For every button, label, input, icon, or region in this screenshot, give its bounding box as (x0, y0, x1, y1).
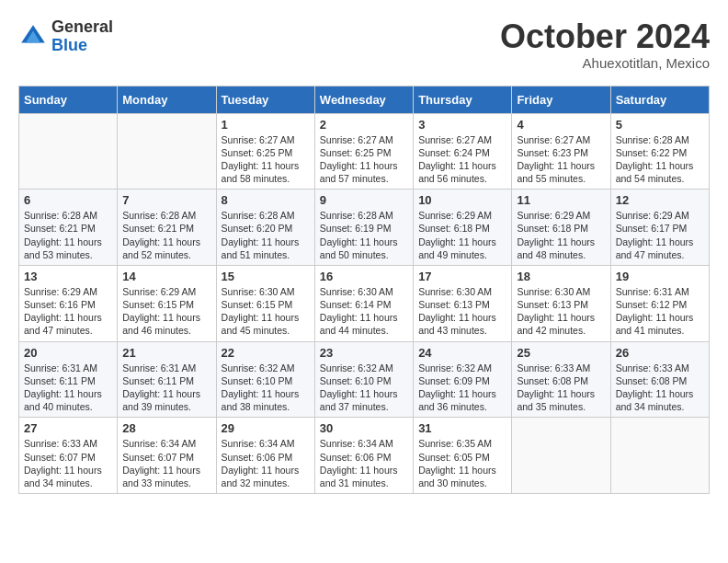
cell-info: Sunrise: 6:30 AM Sunset: 6:15 PM Dayligh… (222, 285, 310, 338)
logo-text: General Blue (51, 18, 113, 55)
location-subtitle: Ahuexotitlan, Mexico (500, 55, 710, 71)
calendar-cell (19, 113, 118, 190)
calendar-cell (118, 113, 216, 190)
calendar-cell (610, 418, 709, 494)
cell-info: Sunrise: 6:34 AM Sunset: 6:07 PM Dayligh… (122, 437, 210, 489)
day-number: 5 (616, 118, 704, 132)
day-number: 16 (320, 270, 408, 283)
month-title: October 2024 (500, 18, 710, 55)
calendar-cell: 20Sunrise: 6:31 AM Sunset: 6:11 PM Dayli… (19, 341, 118, 418)
header-tuesday: Tuesday (216, 86, 314, 113)
cell-info: Sunrise: 6:27 AM Sunset: 6:23 PM Dayligh… (517, 133, 605, 186)
calendar-cell (512, 418, 610, 494)
cell-info: Sunrise: 6:30 AM Sunset: 6:14 PM Dayligh… (320, 285, 408, 338)
calendar-cell: 29Sunrise: 6:34 AM Sunset: 6:06 PM Dayli… (216, 418, 314, 494)
calendar-cell: 22Sunrise: 6:32 AM Sunset: 6:10 PM Dayli… (216, 341, 314, 418)
day-number: 26 (616, 346, 704, 360)
cell-info: Sunrise: 6:28 AM Sunset: 6:21 PM Dayligh… (24, 209, 112, 261)
day-number: 22 (222, 346, 310, 360)
day-number: 23 (320, 346, 408, 360)
calendar-cell: 15Sunrise: 6:30 AM Sunset: 6:15 PM Dayli… (216, 265, 314, 341)
calendar-cell: 2Sunrise: 6:27 AM Sunset: 6:25 PM Daylig… (314, 113, 413, 190)
day-number: 15 (222, 270, 310, 283)
calendar-cell: 3Sunrise: 6:27 AM Sunset: 6:24 PM Daylig… (414, 113, 512, 190)
calendar-cell: 4Sunrise: 6:27 AM Sunset: 6:23 PM Daylig… (512, 113, 610, 190)
calendar-cell: 6Sunrise: 6:28 AM Sunset: 6:21 PM Daylig… (19, 190, 118, 266)
cell-info: Sunrise: 6:30 AM Sunset: 6:13 PM Dayligh… (418, 285, 506, 338)
logo-general: General (51, 18, 113, 37)
cell-info: Sunrise: 6:28 AM Sunset: 6:20 PM Dayligh… (222, 209, 310, 261)
calendar-cell: 13Sunrise: 6:29 AM Sunset: 6:16 PM Dayli… (19, 265, 118, 341)
calendar-week-4: 20Sunrise: 6:31 AM Sunset: 6:11 PM Dayli… (19, 341, 710, 418)
day-number: 3 (418, 118, 506, 132)
day-number: 7 (122, 193, 210, 207)
header-monday: Monday (118, 86, 216, 113)
calendar-cell: 5Sunrise: 6:28 AM Sunset: 6:22 PM Daylig… (610, 113, 709, 190)
day-number: 14 (122, 270, 210, 283)
header-wednesday: Wednesday (314, 86, 413, 113)
cell-info: Sunrise: 6:28 AM Sunset: 6:19 PM Dayligh… (320, 209, 408, 261)
cell-info: Sunrise: 6:28 AM Sunset: 6:22 PM Dayligh… (616, 133, 704, 186)
day-number: 10 (418, 193, 506, 207)
calendar-week-3: 13Sunrise: 6:29 AM Sunset: 6:16 PM Dayli… (19, 265, 710, 341)
calendar-cell: 7Sunrise: 6:28 AM Sunset: 6:21 PM Daylig… (118, 190, 216, 266)
day-number: 21 (122, 346, 210, 360)
calendar-week-2: 6Sunrise: 6:28 AM Sunset: 6:21 PM Daylig… (19, 190, 710, 266)
cell-info: Sunrise: 6:30 AM Sunset: 6:13 PM Dayligh… (517, 285, 605, 338)
page-header: General Blue October 2024 Ahuexotitlan, … (18, 18, 710, 71)
cell-info: Sunrise: 6:27 AM Sunset: 6:25 PM Dayligh… (222, 133, 310, 186)
header-saturday: Saturday (610, 86, 709, 113)
day-number: 19 (616, 270, 704, 283)
day-number: 17 (418, 270, 506, 283)
day-number: 8 (222, 193, 310, 207)
calendar-cell: 28Sunrise: 6:34 AM Sunset: 6:07 PM Dayli… (118, 418, 216, 494)
day-number: 4 (517, 118, 605, 132)
calendar-cell: 12Sunrise: 6:29 AM Sunset: 6:17 PM Dayli… (610, 190, 709, 266)
cell-info: Sunrise: 6:32 AM Sunset: 6:09 PM Dayligh… (418, 362, 506, 414)
logo: General Blue (18, 18, 113, 55)
calendar-cell: 30Sunrise: 6:34 AM Sunset: 6:06 PM Dayli… (314, 418, 413, 494)
calendar-cell: 16Sunrise: 6:30 AM Sunset: 6:14 PM Dayli… (314, 265, 413, 341)
calendar-cell: 9Sunrise: 6:28 AM Sunset: 6:19 PM Daylig… (314, 190, 413, 266)
calendar-week-1: 1Sunrise: 6:27 AM Sunset: 6:25 PM Daylig… (19, 113, 710, 190)
calendar-cell: 11Sunrise: 6:29 AM Sunset: 6:18 PM Dayli… (512, 190, 610, 266)
calendar-cell: 19Sunrise: 6:31 AM Sunset: 6:12 PM Dayli… (610, 265, 709, 341)
calendar-week-5: 27Sunrise: 6:33 AM Sunset: 6:07 PM Dayli… (19, 418, 710, 494)
day-number: 18 (517, 270, 605, 283)
calendar-header: SundayMondayTuesdayWednesdayThursdayFrid… (19, 86, 710, 113)
calendar-table: SundayMondayTuesdayWednesdayThursdayFrid… (18, 86, 710, 494)
cell-info: Sunrise: 6:27 AM Sunset: 6:24 PM Dayligh… (418, 133, 506, 186)
calendar-cell: 21Sunrise: 6:31 AM Sunset: 6:11 PM Dayli… (118, 341, 216, 418)
cell-info: Sunrise: 6:32 AM Sunset: 6:10 PM Dayligh… (222, 362, 310, 414)
cell-info: Sunrise: 6:31 AM Sunset: 6:11 PM Dayligh… (24, 362, 112, 414)
day-number: 11 (517, 193, 605, 207)
cell-info: Sunrise: 6:27 AM Sunset: 6:25 PM Dayligh… (320, 133, 408, 186)
day-number: 9 (320, 193, 408, 207)
day-number: 30 (320, 421, 408, 435)
day-number: 31 (418, 421, 506, 435)
calendar-cell: 31Sunrise: 6:35 AM Sunset: 6:05 PM Dayli… (414, 418, 512, 494)
cell-info: Sunrise: 6:31 AM Sunset: 6:11 PM Dayligh… (122, 362, 210, 414)
cell-info: Sunrise: 6:31 AM Sunset: 6:12 PM Dayligh… (616, 285, 704, 338)
calendar-cell: 18Sunrise: 6:30 AM Sunset: 6:13 PM Dayli… (512, 265, 610, 341)
cell-info: Sunrise: 6:34 AM Sunset: 6:06 PM Dayligh… (320, 437, 408, 489)
day-number: 29 (222, 421, 310, 435)
cell-info: Sunrise: 6:34 AM Sunset: 6:06 PM Dayligh… (222, 437, 310, 489)
calendar-cell: 10Sunrise: 6:29 AM Sunset: 6:18 PM Dayli… (414, 190, 512, 266)
day-number: 27 (24, 421, 112, 435)
logo-icon (18, 22, 48, 52)
cell-info: Sunrise: 6:29 AM Sunset: 6:18 PM Dayligh… (418, 209, 506, 261)
cell-info: Sunrise: 6:29 AM Sunset: 6:17 PM Dayligh… (616, 209, 704, 261)
cell-info: Sunrise: 6:29 AM Sunset: 6:16 PM Dayligh… (24, 285, 112, 338)
day-number: 24 (418, 346, 506, 360)
day-number: 6 (24, 193, 112, 207)
calendar-cell: 27Sunrise: 6:33 AM Sunset: 6:07 PM Dayli… (19, 418, 118, 494)
cell-info: Sunrise: 6:29 AM Sunset: 6:18 PM Dayligh… (517, 209, 605, 261)
day-number: 20 (24, 346, 112, 360)
cell-info: Sunrise: 6:35 AM Sunset: 6:05 PM Dayligh… (418, 437, 506, 489)
day-number: 25 (517, 346, 605, 360)
calendar-cell: 24Sunrise: 6:32 AM Sunset: 6:09 PM Dayli… (414, 341, 512, 418)
header-thursday: Thursday (414, 86, 512, 113)
calendar-cell: 17Sunrise: 6:30 AM Sunset: 6:13 PM Dayli… (414, 265, 512, 341)
day-number: 2 (320, 118, 408, 132)
